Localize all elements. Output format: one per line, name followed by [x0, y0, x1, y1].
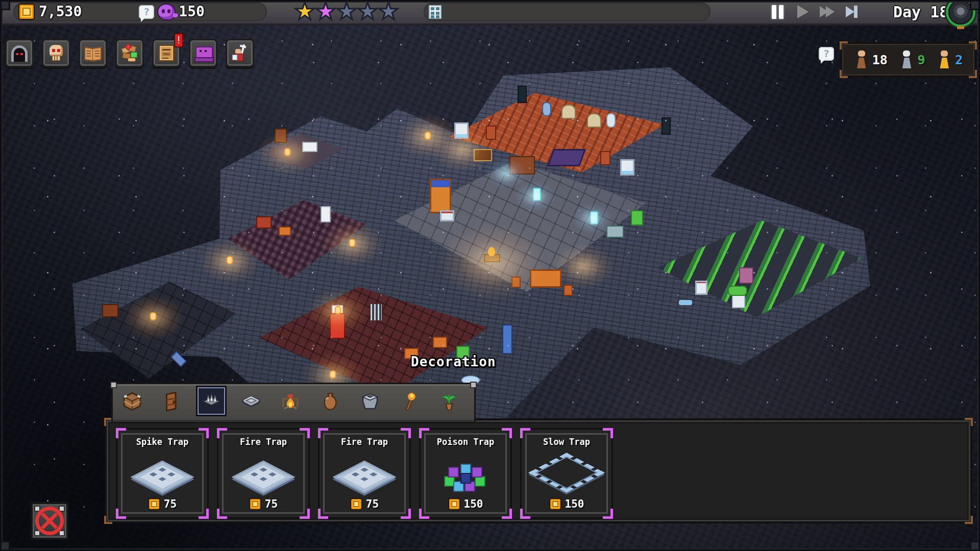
top-bar: 7,530 ? 150 ★★★★★ Day 18 — [0, 0, 980, 26]
gold-coin-icon — [448, 498, 460, 510]
torch-flame-icon — [227, 256, 233, 264]
campfire-flame-prop — [488, 247, 495, 256]
build-item-price: 75 — [164, 498, 177, 510]
shelf-prop — [430, 179, 451, 213]
torch-flame-icon — [150, 312, 157, 320]
worker-figure-icon — [854, 50, 869, 69]
gold-amount: 7,530 — [39, 3, 82, 21]
torch-flame-icon — [335, 306, 341, 314]
leaves-prop — [728, 286, 747, 296]
step-day-button[interactable] — [843, 4, 862, 19]
population-count: 2 — [955, 53, 963, 67]
population-entry: 2 — [937, 50, 963, 69]
plate-trap-icon — [333, 461, 396, 494]
crate-icon — [121, 391, 143, 414]
pot-icon — [320, 391, 341, 414]
toolbar-resources-button[interactable] — [115, 39, 144, 67]
star-2-icon: ★ — [315, 0, 336, 24]
star-5-icon: ★ — [378, 0, 399, 24]
totem-prop — [502, 324, 512, 354]
play-button[interactable] — [793, 4, 813, 19]
fast-forward-button[interactable] — [816, 4, 836, 19]
statue-prop — [662, 117, 671, 135]
build-item-card[interactable]: Spike Trap75 — [116, 428, 209, 519]
table-prop — [530, 269, 561, 288]
build-item-name: Fire Trap — [218, 437, 308, 447]
supply-crate-prop — [440, 210, 454, 221]
star-4-icon: ★ — [357, 0, 378, 24]
toolbar-monsters-button[interactable] — [42, 39, 70, 67]
torch-flame-icon — [425, 132, 431, 140]
torch-flame-icon — [284, 148, 291, 156]
bronze-corner-icon — [840, 41, 848, 49]
build-item-card[interactable]: Fire Trap75 — [217, 428, 310, 519]
question-bubble-icon: ? — [139, 5, 154, 19]
tab-plants[interactable] — [434, 387, 464, 417]
build-item-price: 75 — [366, 498, 379, 510]
build-item-price-row: 150 — [522, 498, 611, 510]
close-icon — [35, 507, 64, 535]
painting-prop — [474, 149, 492, 161]
tab-pottery[interactable] — [315, 387, 346, 417]
build-item-price-row: 150 — [421, 498, 510, 510]
build-item-price: 150 — [464, 498, 483, 510]
build-item-card[interactable]: Slow Trap150 — [520, 428, 613, 519]
torch-icon — [399, 391, 420, 414]
bronze-corner-icon — [840, 70, 848, 78]
gold-coin-icon — [350, 498, 362, 510]
chair-prop — [486, 126, 496, 140]
tab-pressure-plates[interactable] — [236, 387, 266, 417]
crystal-prop — [590, 211, 598, 224]
close-build-menu-button[interactable] — [31, 502, 68, 540]
build-item-card[interactable]: Poison Trap150 — [419, 428, 512, 519]
bronze-corner-icon — [965, 516, 973, 524]
star-1-icon: ★ — [294, 0, 315, 24]
build-menu-tab-bar — [111, 383, 476, 423]
poison-trap-icon — [441, 461, 490, 493]
cart-prop — [606, 226, 624, 238]
tab-doors[interactable] — [157, 387, 187, 417]
pressure-plate-icon — [240, 391, 262, 414]
crystal-prop — [533, 188, 541, 201]
gold-coin-icon — [249, 498, 261, 510]
bar-shelf-prop — [509, 156, 535, 174]
troll-prop — [631, 210, 643, 226]
game-screen: Decoration 7,530 ? 150 ★★★★★ Day 18 ! ? — [0, 0, 980, 551]
toolbar-quests-button[interactable]: ! — [152, 39, 181, 67]
horn-trophy-prop — [561, 105, 576, 119]
build-item-price: 150 — [565, 498, 584, 510]
campfire-icon — [280, 391, 301, 414]
hero-figure-icon — [937, 50, 952, 69]
horn-trophy-prop — [587, 113, 601, 128]
chair-prop — [564, 285, 573, 296]
hover-tooltip: Decoration — [411, 354, 496, 369]
statue-prop — [518, 86, 527, 103]
toolbar-dungeon-gate-button[interactable] — [5, 39, 34, 67]
toolbar-rituals-button[interactable] — [189, 39, 217, 67]
build-item-price-row: 75 — [117, 498, 207, 510]
toolbar-heroes-button[interactable] — [226, 39, 254, 67]
planter-prop — [732, 294, 745, 308]
resources-pill: 7,530 ? 150 — [13, 3, 267, 21]
bronze-corner-icon — [965, 418, 973, 426]
tab-furnaces[interactable] — [355, 387, 385, 417]
build-item-name: Poison Trap — [421, 437, 510, 447]
star-3-icon: ★ — [336, 0, 357, 24]
torch-flame-icon — [330, 370, 336, 379]
build-item-name: Spike Trap — [117, 437, 207, 447]
toolbar-library-button[interactable] — [79, 39, 107, 67]
chest-prop — [102, 304, 118, 317]
tab-spike-traps[interactable] — [196, 386, 227, 416]
tab-torches[interactable] — [394, 387, 425, 417]
well-prop — [739, 267, 753, 284]
furnace-icon — [359, 391, 381, 414]
tab-campfires[interactable] — [275, 387, 306, 417]
population-count: 9 — [917, 53, 925, 67]
souls-amount: 150 — [179, 3, 205, 21]
torch-flame-icon — [349, 239, 356, 247]
tab-crates[interactable] — [117, 387, 148, 417]
build-item-price: 75 — [265, 498, 278, 510]
menu-emblem-button[interactable] — [948, 0, 973, 24]
build-item-card[interactable]: Fire Trap75 — [318, 428, 411, 519]
pause-button[interactable] — [768, 4, 787, 19]
